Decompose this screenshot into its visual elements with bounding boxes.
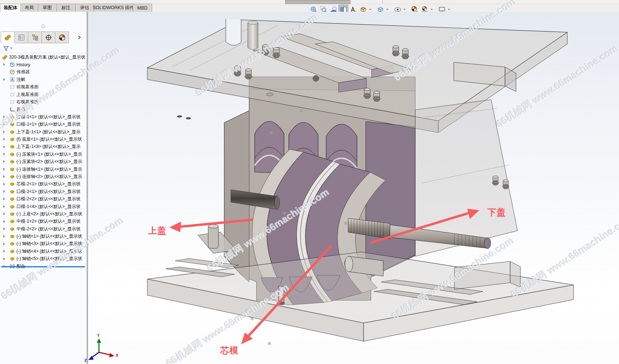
expand-arrow-icon[interactable] (3, 220, 5, 223)
tree-item-component[interactable]: 上下盖-1<3> (默认<<默认>_显示 (0, 143, 86, 151)
tree-item-component[interactable]: 中模-2<2> (默认<<默认>_显示状 (0, 225, 86, 233)
part-icon (10, 189, 15, 194)
tree-item-component[interactable]: 中模-1<2> (默认<<默认>_显示状 (0, 218, 86, 225)
expand-arrow-icon[interactable] (3, 138, 5, 141)
tree-item-history[interactable]: History (0, 61, 86, 68)
tab-displaymanager[interactable] (55, 31, 69, 43)
tree-item-component[interactable]: (-) 轴销<1> (默认<<默认>_显示状 (0, 233, 86, 240)
expand-arrow-icon[interactable] (3, 242, 5, 245)
tree-item-component[interactable]: (-) 上座<2> (默认<<默认>_显示状 (0, 210, 86, 218)
label-core-mold: 芯模 (220, 345, 239, 356)
panel-collapse-handle[interactable] (41, 24, 45, 28)
tab-solidworks-addins[interactable]: SOLIDWORKS 插件 (94, 4, 133, 12)
mold-assembly-model[interactable] (88, 12, 619, 364)
dimxpertmanager-icon (45, 34, 52, 41)
tree-item-front-plane[interactable]: 前视基准面 (0, 83, 86, 91)
expand-arrow-icon[interactable] (3, 235, 5, 238)
expand-arrow-icon[interactable] (3, 190, 5, 193)
tree-item-component[interactable]: (-) 连接轴<1> (默认<<默认>_显示 (0, 166, 86, 173)
tree-item-sensors[interactable]: 传感器 (0, 68, 86, 76)
expand-arrow-icon[interactable] (3, 257, 5, 260)
tree-filter-row (1, 44, 86, 53)
rollback-bar[interactable] (1, 266, 85, 267)
tree-item-component[interactable]: 口模-1<4> (默认<<默认>_显示状 (0, 203, 86, 210)
expand-arrow-icon[interactable] (3, 78, 5, 81)
tree-item-component[interactable]: (f) 底座<1> (默认<<默认>_显示状 (0, 135, 86, 143)
assembly-icon (2, 55, 8, 60)
triad-x-label: X (116, 353, 118, 358)
expand-arrow-icon[interactable] (3, 227, 5, 230)
tab-evaluate[interactable]: 评估 (75, 4, 94, 12)
expand-arrow-icon[interactable] (3, 168, 5, 171)
triad-y-label: Y (97, 333, 100, 338)
tree-item-component[interactable]: 口模-1<1> (默认<<默认>_显示状 (0, 121, 86, 128)
part-icon (10, 129, 15, 135)
expand-arrow-icon[interactable] (3, 205, 5, 208)
part-icon (10, 226, 15, 232)
top-plate[interactable] (147, 19, 567, 133)
part-icon (10, 181, 15, 187)
manager-overflow-chevron[interactable] (75, 33, 83, 42)
toolbar-fragment (285, 0, 350, 4)
panel-splitter[interactable] (86, 12, 88, 364)
tree-item-component[interactable]: 上下盖-1<1> (默认<<默认>_显示 (0, 128, 86, 135)
history-icon (10, 62, 15, 67)
expand-arrow-icon[interactable] (3, 63, 5, 66)
tab-assembly[interactable]: 装配体 (0, 4, 21, 12)
expand-arrow-icon[interactable] (3, 250, 5, 253)
manager-tab-bar (1, 31, 84, 43)
expand-arrow-icon[interactable] (3, 153, 5, 156)
part-icon (10, 122, 15, 127)
expand-arrow-icon[interactable] (3, 130, 5, 133)
expand-arrow-icon[interactable] (3, 160, 5, 163)
tab-dimxpertmanager[interactable] (41, 31, 55, 43)
tree-item-component[interactable]: 口模-2<2> (默认<<默认>_显示状 (0, 195, 86, 203)
tree-item-origin[interactable]: 原点 (0, 106, 86, 113)
tree-item-component[interactable]: 芯模-2<1> (默认<<默认>_显示状 (0, 181, 86, 188)
tree-root-assembly[interactable]: 320-3模具装配方案 (默认<默认_显示状 (0, 53, 86, 61)
tree-item-annotations[interactable]: 注解 (0, 76, 86, 83)
graphics-viewport[interactable] (88, 12, 619, 364)
toolbar-separator (382, 0, 383, 3)
sensor-icon (10, 69, 15, 75)
filter-dropdown-caret[interactable] (10, 48, 12, 49)
tree-item-right-plane[interactable]: 右视基准面 (0, 98, 86, 105)
tab-layout[interactable]: 布局 (21, 4, 38, 12)
tab-configurationmanager[interactable] (28, 31, 42, 43)
part-icon (10, 196, 15, 202)
part-icon (10, 249, 15, 254)
tree-item-top-plane[interactable]: 上视基准面 (0, 91, 86, 98)
part-icon (10, 159, 15, 164)
expand-arrow-icon[interactable] (3, 145, 5, 148)
tree-item-component[interactable]: 口模-2<1> (默认<<默认>_显示状 (0, 188, 86, 195)
expand-arrow-icon[interactable] (3, 183, 5, 186)
featuremanager-icon (4, 34, 11, 41)
triad-z-label: Z (84, 358, 87, 363)
tree-item-component[interactable]: (-) 轴销<4> (默认<<默认>_显示状 (0, 248, 86, 255)
part-icon (10, 114, 15, 120)
tab-markup[interactable]: 标注 (56, 4, 75, 12)
expand-arrow-icon[interactable] (3, 123, 5, 126)
orientation-triad (88, 338, 114, 360)
part-icon (10, 211, 15, 217)
tree-item-component[interactable]: (-) 压紧块<1> (默认<<默认>_显示 (0, 151, 86, 158)
tree-item-component[interactable]: (-) 轴销<3> (默认<<默认>_显示状 (0, 240, 86, 248)
part-icon (10, 167, 15, 172)
solidworks-window: 装配体 布局 草图 标注 评估 SOLIDWORKS 插件 MBD (0, 0, 619, 364)
part-icon (10, 204, 15, 209)
expand-arrow-icon[interactable] (3, 212, 5, 215)
tab-sketch[interactable]: 草图 (38, 4, 57, 12)
tree-item-component[interactable]: 芯模-1<1> (默认<<默认>_显示状 (0, 113, 86, 120)
tree-item-component[interactable]: (-) 轴销<5> (默认<<默认>_显示状 (0, 255, 86, 263)
expand-arrow-icon[interactable] (3, 175, 5, 178)
expand-arrow-icon[interactable] (3, 197, 5, 200)
tab-propertymanager[interactable] (14, 31, 28, 43)
chevron-right-icon (77, 35, 81, 40)
tree-item-component[interactable]: (-) 压紧块<2> (默认<<默认>_显示 (0, 158, 86, 165)
tab-featuremanager[interactable] (1, 31, 15, 43)
featuremanager-panel: 320-3模具装配方案 (默认<默认_显示状 History 传感器 注解 前视… (0, 12, 86, 364)
expand-arrow-icon[interactable] (3, 115, 5, 118)
filter-icon[interactable] (3, 45, 9, 52)
tree-item-component[interactable]: (-) 连接轴<2> (默认<<默认>_显示 (0, 173, 86, 180)
tab-mbd[interactable]: MBD (133, 4, 152, 12)
